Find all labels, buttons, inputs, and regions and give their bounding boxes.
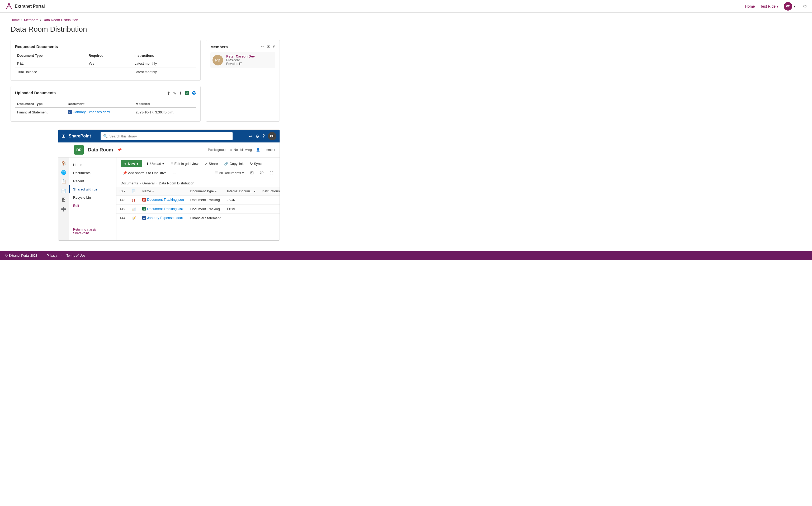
edit-pencil-icon[interactable]: ✏ [261, 44, 264, 49]
col-doc-type-header[interactable]: Document Type ▾ [187, 187, 224, 195]
sidebar-item-recent[interactable]: Recent [69, 177, 116, 185]
help-icon[interactable]: ? [263, 134, 265, 139]
mail-icon[interactable]: ✉ [267, 44, 270, 49]
home-rail-icon[interactable]: 🏠 [61, 161, 66, 166]
sp-breadcrumb: Documents › General › Data Room Distribu… [117, 179, 280, 187]
file-link-3[interactable]: January Expenses.docx [147, 216, 183, 220]
svg-text:XL: XL [143, 208, 145, 210]
fullscreen-button[interactable]: ⛶ [268, 170, 275, 176]
footer-copyright: © Extranet Portal 2023 [5, 254, 38, 257]
footer-privacy-link[interactable]: Privacy [47, 254, 57, 257]
up-doc-type-1: Financial Statement [15, 108, 66, 117]
site-pin-icon[interactable]: 📌 [117, 148, 122, 152]
left-column: Requested Documents Document Type Requir… [11, 40, 201, 121]
upload-button[interactable]: ⬆ Upload ▾ [144, 161, 166, 167]
json-doc-icon: JS [142, 198, 146, 201]
req-doc-type-2: Trial Balance [15, 68, 87, 76]
share-icon: ↗ [205, 162, 208, 166]
upload-icon[interactable]: ⬆ [167, 91, 170, 96]
nav-home[interactable]: Home [745, 4, 755, 8]
doc-rail-icon[interactable]: 📄 [61, 188, 66, 193]
upload-arrow-icon: ⬆ [146, 162, 149, 166]
member-company: Envision IT [226, 62, 255, 66]
site-brand-name: Extranet Portal [15, 4, 45, 9]
sidebar-edit-link[interactable]: Edit [69, 201, 116, 210]
sidebar-item-shared-with-us[interactable]: Shared with us [69, 185, 116, 193]
file-id-1: 143 [117, 195, 129, 205]
footer-sep2: · [61, 254, 62, 257]
internaldoc-sort-icon: ▾ [254, 190, 255, 193]
col-id[interactable]: ID ▾ [117, 187, 129, 195]
members-actions: ✏ ✉ ⎘ [261, 44, 275, 49]
req-doc-type-1: P&L [15, 59, 87, 68]
search-input[interactable] [109, 134, 230, 138]
file-link-2[interactable]: Document Tracking.xlsx [147, 207, 183, 211]
user-avatar[interactable]: PC [268, 132, 276, 140]
up-document-1: W January Expenses.docx [66, 108, 134, 117]
breadcrumb-sep1: › [21, 18, 22, 22]
info-icon: ⓘ [260, 170, 264, 175]
add-rail-icon[interactable]: ➕ [61, 206, 66, 212]
file-row: 144 📝 W January Expenses.docx [117, 214, 280, 223]
nav-links: Home Test Ride ▾ PC ▾ ⚙ [745, 2, 807, 11]
col-name[interactable]: Name ▾ [139, 187, 187, 195]
download-icon[interactable]: ⬇ [179, 91, 182, 96]
grid-icon: ⊞ [170, 162, 173, 166]
copy-link-button[interactable]: 🔗 Copy link [222, 161, 245, 167]
plus-icon: + [124, 162, 127, 166]
return-classic-link[interactable]: Return to classic SharePoint [69, 226, 116, 237]
edit-grid-button[interactable]: ⊞ Edit in grid view [168, 161, 201, 167]
excel-export-icon[interactable]: XL [185, 91, 189, 96]
col-internal-doc-header[interactable]: Internal Docum... ▾ [224, 187, 259, 195]
file-icon-cell-3: 📝 [129, 214, 139, 223]
svg-point-3 [8, 3, 10, 4]
file-link-jan-expenses[interactable]: January Expenses.docx [74, 110, 110, 114]
req-required-1: Yes [87, 59, 133, 68]
copy-icon[interactable]: ⎘ [273, 44, 275, 49]
sidebar-item-documents[interactable]: Documents [69, 169, 116, 177]
members-count-label: 👤 1 member [256, 148, 275, 152]
filter-button[interactable]: ⚿ [248, 170, 256, 176]
sp-bc-documents[interactable]: Documents [121, 181, 138, 185]
left-rail: 🏠 🌐 📋 📄 🗄 ➕ [58, 158, 69, 240]
filter-icon: ⚿ [250, 171, 254, 175]
sp-bc-general[interactable]: General [142, 181, 154, 185]
user-avatar-button[interactable]: PC [784, 2, 792, 11]
col-instructions: Instructions [132, 52, 196, 59]
sidebar-item-recycle-bin[interactable]: Recycle bin [69, 193, 116, 201]
back-icon[interactable]: ↩ [249, 134, 252, 139]
breadcrumb-current[interactable]: Data Room Distribution [43, 18, 78, 22]
more-button[interactable]: ... [171, 170, 178, 176]
table-row: Trial Balance Latest monthly [15, 68, 196, 76]
site-meta: Public group ☆ Not following 👤 1 member [208, 148, 275, 152]
file-link-1[interactable]: Document Tracking.json [147, 197, 184, 201]
sync-button[interactable]: ↻ Sync [248, 161, 264, 167]
add-shortcut-button[interactable]: 📌 Add shortcut to OneDrive [121, 170, 169, 176]
member-name[interactable]: Peter Carson Dev [226, 54, 255, 58]
top-navigation: Extranet Portal Home Test Ride ▾ PC ▾ ⚙ [0, 0, 812, 13]
footer-terms-link[interactable]: Terms of Use [67, 254, 85, 257]
col-instructions-header[interactable]: Instructions ▾ [259, 187, 280, 195]
breadcrumb-members[interactable]: Members [24, 18, 38, 22]
sharepoint-icon[interactable]: SP [192, 91, 196, 96]
all-documents-button[interactable]: ☰ All Documents ▾ [213, 170, 246, 176]
new-button[interactable]: + New ▾ [121, 160, 142, 167]
waffle-icon[interactable]: ⊞ [62, 133, 66, 139]
req-instructions-2: Latest monthly [132, 68, 196, 76]
file-icon-cell-1: { } [129, 195, 139, 205]
nav-test-ride[interactable]: Test Ride ▾ [760, 4, 779, 8]
sidebar-item-home[interactable]: Home [69, 161, 116, 169]
share-button[interactable]: ↗ Share [203, 161, 220, 167]
edit-icon[interactable]: ✎ [173, 91, 176, 96]
info-button[interactable]: ⓘ [258, 169, 266, 176]
sharepoint-brand: SharePoint [69, 134, 91, 139]
globe-rail-icon[interactable]: 🌐 [61, 170, 66, 175]
db-rail-icon[interactable]: 🗄 [62, 197, 66, 202]
not-following-label[interactable]: ☆ Not following [230, 148, 252, 152]
star-icon: ☆ [230, 148, 233, 152]
breadcrumb-home[interactable]: Home [11, 18, 20, 22]
settings-gear-icon[interactable]: ⚙ [803, 4, 807, 9]
settings-icon[interactable]: ⚙ [255, 134, 259, 139]
word-file-icon-list: 📝 [132, 216, 136, 220]
pages-rail-icon[interactable]: 📋 [61, 179, 66, 184]
